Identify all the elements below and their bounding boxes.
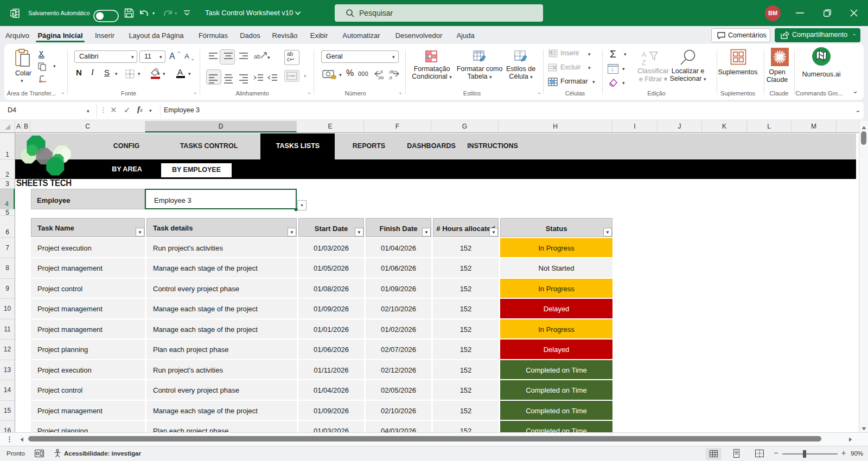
svg-text:Z: Z xyxy=(642,59,646,66)
svg-text:,0: ,0 xyxy=(388,75,392,80)
svg-text:A: A xyxy=(642,51,646,59)
svg-text:,00: ,00 xyxy=(388,69,395,74)
svg-text:x: x xyxy=(11,11,14,16)
svg-text:,0: ,0 xyxy=(379,69,383,74)
svg-text:,00: ,00 xyxy=(378,75,384,80)
svg-text:ab: ab xyxy=(254,53,260,60)
